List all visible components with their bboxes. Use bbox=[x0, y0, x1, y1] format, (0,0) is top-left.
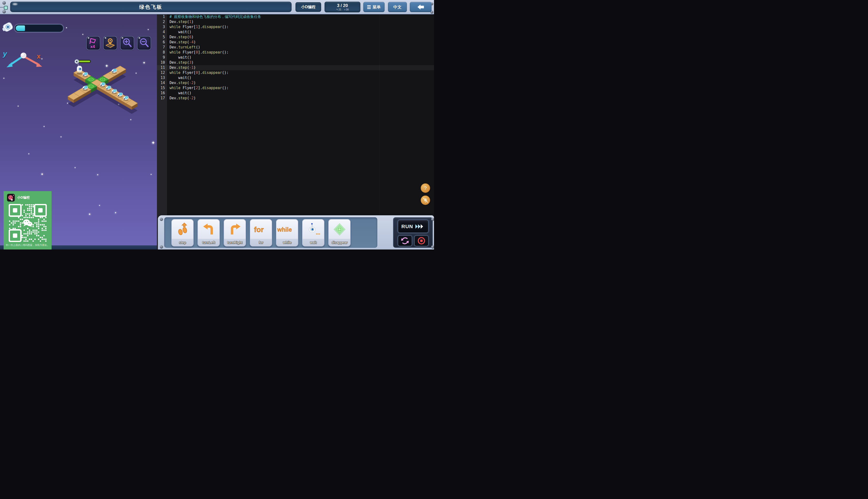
zoom-out-icon bbox=[138, 37, 151, 50]
menu-button[interactable]: 菜单 bbox=[363, 2, 385, 12]
led-wire bbox=[0, 7, 4, 8]
code-text: Dev.step(-4) bbox=[167, 40, 196, 45]
top-bar: 绿色飞板 小D编程 3 / 20 ✎21 ≡16 菜单 中文 bbox=[0, 0, 434, 14]
progress-end-dot bbox=[66, 27, 67, 28]
command-button-disappear[interactable]: disappear bbox=[328, 219, 351, 247]
line-number: 15 bbox=[157, 85, 167, 90]
axis-indicator: y x bbox=[0, 43, 53, 74]
question-mark-icon: ? bbox=[424, 185, 427, 191]
code-editor[interactable]: 1# 观察收集物和绿色飞板的分布，编写代码完成收集任务2Dev.step(1)3… bbox=[157, 14, 434, 250]
line-number: 4 bbox=[157, 29, 167, 35]
code-text: while Flyer[2].disappear(): bbox=[167, 85, 228, 90]
help-button[interactable]: ? bbox=[421, 183, 430, 193]
code-text: while Flyer[1].disappear(): bbox=[167, 24, 228, 29]
stop-button[interactable] bbox=[414, 235, 429, 246]
speed-button[interactable]: x4 bbox=[86, 36, 100, 50]
command-label: step bbox=[172, 239, 193, 246]
code-line: 8while Flyer[0].disappear(): bbox=[157, 50, 434, 55]
line-number: 10 bbox=[157, 60, 167, 65]
brand-button[interactable]: 小D编程 bbox=[296, 2, 321, 12]
level-indicator: 3 / 20 ✎21 ≡16 bbox=[324, 2, 360, 12]
zoom-in-icon bbox=[121, 37, 134, 50]
svg-text:for: for bbox=[254, 226, 264, 233]
run-panel: RUN bbox=[393, 217, 433, 248]
pencil-icon: ✎ bbox=[336, 9, 338, 11]
code-text: while Flyer[0].disappear(): bbox=[167, 70, 228, 75]
code-line: 10Dev.step(3) bbox=[157, 60, 434, 65]
command-button-while[interactable]: whilewhile bbox=[276, 219, 298, 247]
screw-icon bbox=[2, 10, 6, 13]
command-label: disappear bbox=[328, 239, 350, 246]
code-text: Dev.turnLeft() bbox=[167, 45, 200, 50]
reset-icon bbox=[400, 236, 409, 245]
for-icon: for bbox=[250, 220, 272, 239]
line-number: 3 bbox=[157, 24, 167, 29]
turnRight-icon bbox=[224, 220, 246, 239]
glint bbox=[138, 37, 140, 38]
command-button-wait[interactable]: wait bbox=[302, 219, 324, 247]
code-text: Dev.step(-1) bbox=[167, 65, 196, 70]
line-number: 13 bbox=[157, 75, 167, 81]
command-label: for bbox=[250, 239, 272, 246]
menu-label: 菜单 bbox=[372, 4, 381, 10]
map-icon bbox=[104, 37, 117, 50]
edit-count: 21 bbox=[338, 8, 341, 11]
code-line: 13 wait() bbox=[157, 75, 434, 81]
code-line: 16 wait() bbox=[157, 90, 434, 96]
step-icon bbox=[172, 220, 193, 239]
zoom-in-button[interactable] bbox=[120, 36, 134, 50]
qr-card: ✦ 小D编程 扫一扫上面的二维码图案，加我为朋友。 bbox=[4, 191, 52, 250]
command-toolbar: stepturnLeftturnRightforforwhilewhilewai… bbox=[158, 215, 434, 250]
bell-muted-icon bbox=[422, 197, 429, 204]
mute-notifications-button[interactable] bbox=[421, 195, 430, 205]
language-button[interactable]: 中文 bbox=[388, 2, 407, 12]
command-label: turnLeft bbox=[198, 239, 220, 246]
progress-fill bbox=[16, 25, 25, 31]
line-number: 12 bbox=[157, 70, 167, 75]
code-text: wait() bbox=[167, 29, 191, 35]
led-indicator bbox=[4, 6, 8, 10]
code-text: Dev.step(-2) bbox=[167, 81, 196, 85]
code-line: 14Dev.step(-2) bbox=[157, 81, 434, 85]
turnLeft-icon bbox=[198, 220, 220, 239]
back-button[interactable] bbox=[410, 2, 432, 12]
star-dot bbox=[151, 174, 152, 175]
screw-icon bbox=[431, 245, 434, 248]
code-line: 17Dev.step(-2) bbox=[157, 96, 434, 101]
svg-text:x4: x4 bbox=[90, 44, 95, 49]
star-dot bbox=[99, 205, 100, 206]
command-button-step[interactable]: step bbox=[171, 219, 194, 247]
zoom-out-button[interactable] bbox=[137, 36, 151, 50]
command-label: turnRight bbox=[224, 239, 246, 246]
player-character bbox=[76, 64, 82, 75]
code-text: Dev.step(3) bbox=[167, 60, 194, 65]
line-number: 9 bbox=[157, 55, 167, 60]
code-line: 11Dev.step(-1) bbox=[157, 65, 434, 70]
app-logo-icon: ✦ bbox=[7, 194, 15, 202]
command-button-turnRight[interactable]: turnRight bbox=[224, 219, 246, 247]
code-line: 5Dev.step(6) bbox=[157, 35, 434, 40]
qr-card-header: ✦ 小D编程 bbox=[7, 194, 30, 202]
page-title: 绿色飞板 bbox=[139, 4, 162, 10]
wechat-logo-icon bbox=[23, 219, 33, 227]
run-button[interactable]: RUN bbox=[398, 220, 429, 233]
code-line: 1# 观察收集物和绿色飞板的分布，编写代码完成收集任务 bbox=[157, 14, 434, 20]
star-sparkle-icon: ✦ bbox=[97, 174, 99, 176]
command-button-turnLeft[interactable]: turnLeft bbox=[197, 219, 220, 247]
screw-icon bbox=[160, 245, 163, 248]
code-text: wait() bbox=[167, 75, 191, 81]
command-button-for[interactable]: forfor bbox=[250, 219, 272, 247]
camera-icon[interactable] bbox=[2, 20, 14, 35]
code-line: 15while Flyer[2].disappear(): bbox=[157, 85, 434, 90]
code-line: 3while Flyer[1].disappear(): bbox=[157, 24, 434, 29]
star-dot bbox=[75, 167, 76, 168]
axis-y-label: y bbox=[3, 50, 7, 58]
game-board bbox=[0, 14, 157, 159]
axis-x-label: x bbox=[37, 52, 41, 60]
map-button[interactable] bbox=[103, 36, 117, 50]
stop-icon bbox=[417, 236, 426, 245]
qr-app-name: 小D编程 bbox=[17, 195, 30, 200]
line-number: 17 bbox=[157, 96, 167, 101]
reset-button[interactable] bbox=[398, 235, 412, 246]
code-line: 2Dev.step(1) bbox=[157, 20, 434, 24]
